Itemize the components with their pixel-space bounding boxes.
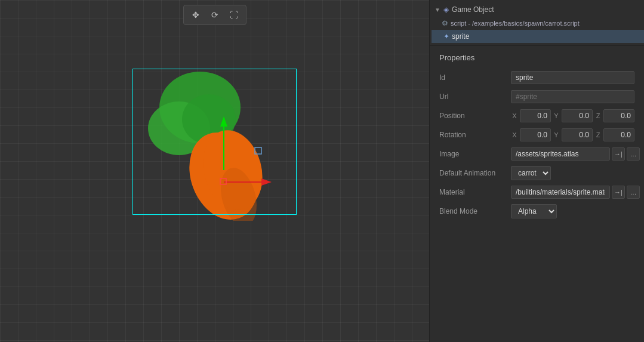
script-item[interactable]: ⚙ script - /examples/basics/spawn/carrot… [430, 17, 644, 30]
default-animation-row: Default Animation carrot [439, 166, 634, 180]
move-icon: ✥ [192, 10, 199, 20]
z-label: Z [594, 112, 602, 119]
blend-mode-row: Blend Mode Alpha Add Multiply Screen [439, 204, 634, 218]
rotation-xyz: X Y Z [511, 128, 634, 141]
game-object-header: ▼ ◈ Game Object [430, 2, 644, 17]
id-row: Id [439, 70, 634, 85]
script-label: script - /examples/basics/spawn/carrot.s… [451, 20, 580, 27]
position-row: Position X Y Z [439, 109, 634, 123]
ry-label: Y [553, 131, 560, 138]
url-value-container [511, 90, 634, 103]
rotation-label: Rotation [439, 131, 511, 139]
material-row: Material →| … [439, 185, 634, 199]
image-row: Image →| … [439, 147, 634, 161]
x-label: X [511, 112, 518, 119]
position-label: Position [439, 112, 511, 120]
default-animation-value-container: carrot [511, 166, 634, 180]
url-label: Url [439, 93, 511, 101]
sprite-item[interactable]: ✦ sprite [432, 30, 644, 43]
image-label: Image [439, 150, 511, 158]
url-row: Url [439, 90, 634, 104]
scene-toolbar: ✥ ⟳ ⛶ [183, 5, 246, 25]
rotation-x-input[interactable] [520, 128, 551, 141]
sprite-row-accent: ✦ sprite [430, 30, 644, 43]
material-value-container: →| … [511, 186, 640, 199]
image-browse-button[interactable]: … [627, 147, 640, 161]
properties-title: Properties [439, 53, 634, 62]
gear-icon: ⚙ [442, 19, 448, 27]
default-animation-select[interactable]: carrot [511, 166, 551, 180]
material-input[interactable] [511, 186, 610, 199]
rotation-z-input[interactable] [603, 128, 634, 141]
y-label: Y [553, 112, 560, 119]
id-value-container [511, 71, 634, 84]
expand-icon: ▼ [435, 7, 440, 13]
rotation-row: Rotation X Y Z [439, 128, 634, 142]
rx-label: X [511, 131, 518, 138]
cube-icon: ◈ [443, 5, 449, 14]
rz-label: Z [594, 131, 602, 138]
image-goto-button[interactable]: →| [612, 147, 625, 161]
rotate-icon: ⟳ [211, 10, 218, 20]
id-label: Id [439, 73, 511, 82]
game-object-label: Game Object [452, 5, 494, 14]
sprite-label: sprite [452, 32, 469, 41]
svg-marker-9 [261, 178, 272, 186]
material-browse-button[interactable]: … [627, 186, 640, 199]
move-tool-button[interactable]: ✥ [187, 7, 205, 23]
scene-content [113, 60, 298, 221]
properties-panel: Properties Id Url Position X Y [430, 46, 644, 342]
image-input[interactable] [511, 147, 610, 161]
sprite-icon: ✦ [443, 32, 449, 41]
material-goto-button[interactable]: →| [612, 186, 625, 199]
blend-mode-value-container: Alpha Add Multiply Screen [511, 204, 634, 218]
rotate-tool-button[interactable]: ⟳ [206, 7, 224, 23]
hierarchy-panel: ▼ ◈ Game Object ⚙ script - /examples/bas… [430, 0, 644, 46]
right-panel: ▼ ◈ Game Object ⚙ script - /examples/bas… [429, 0, 644, 342]
position-x-input[interactable] [520, 109, 551, 122]
material-label: Material [439, 188, 511, 196]
id-input[interactable] [511, 71, 634, 84]
position-xyz: X Y Z [511, 109, 634, 122]
scene-panel: ✥ ⟳ ⛶ [0, 0, 429, 342]
position-y-input[interactable] [562, 109, 593, 122]
position-z-input[interactable] [603, 109, 634, 122]
scale-tool-button[interactable]: ⛶ [225, 7, 243, 23]
blend-mode-select[interactable]: Alpha Add Multiply Screen [511, 204, 557, 218]
rotation-y-input[interactable] [562, 128, 593, 141]
default-animation-label: Default Animation [439, 169, 511, 177]
image-value-container: →| … [511, 147, 640, 161]
blend-mode-label: Blend Mode [439, 207, 511, 215]
scale-icon: ⛶ [230, 10, 238, 20]
url-input[interactable] [511, 90, 634, 103]
